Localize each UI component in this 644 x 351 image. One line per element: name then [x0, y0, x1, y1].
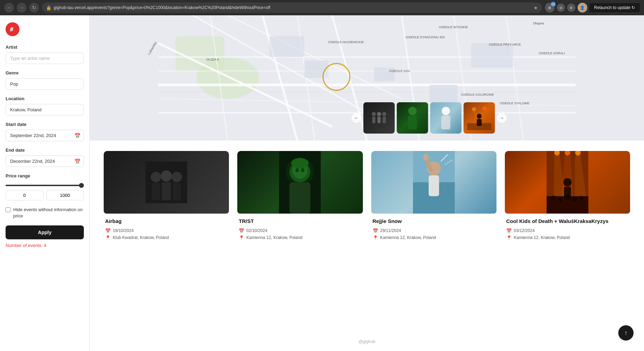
- url-bar[interactable]: 🔒 gighub-tau.vercel.app/events?genre=Pop…: [42, 2, 542, 13]
- svg-point-33: [442, 107, 450, 115]
- end-date-input[interactable]: [6, 155, 84, 167]
- event-card-body-2: TR/ST 📅 02/10/2024 📍 Kamienna 12, Krakow…: [237, 214, 363, 244]
- footer-text: @gighub: [358, 339, 375, 344]
- svg-text:#: #: [10, 26, 14, 33]
- svg-rect-56: [289, 182, 310, 214]
- person-silhouette-green: [404, 106, 421, 130]
- carousel-item-3[interactable]: [430, 102, 461, 134]
- start-date-label: Start date: [6, 122, 84, 127]
- svg-rect-22: [430, 85, 458, 102]
- map-container[interactable]: OSIEDLE WYSOKIE OSIEDLE AKADEMICKIE OSIE…: [90, 15, 644, 141]
- event-card-img-4: [505, 151, 630, 214]
- event-card-venue-2: 📍 Kamienna 12, Krakow, Poland: [239, 235, 361, 240]
- carousel-item-2[interactable]: [397, 102, 428, 134]
- svg-rect-23: [270, 36, 304, 57]
- apply-button[interactable]: Apply: [6, 225, 84, 239]
- hash-icon: #: [9, 26, 16, 33]
- event-card-venue-3: 📍 Kamienna 12, Krakow, Poland: [373, 235, 495, 240]
- carousel-prev-button[interactable]: ←: [351, 113, 361, 123]
- reload-button[interactable]: ↻: [29, 3, 39, 13]
- back-button[interactable]: ←: [4, 3, 14, 13]
- svg-point-29: [382, 112, 386, 116]
- cool-kids-image: [547, 151, 588, 214]
- event-card-title-4: Cool Kids of Death + WaluśKraksaKryzys: [506, 218, 629, 225]
- event-card-4[interactable]: Cool Kids of Death + WaluśKraksaKryzys 📅…: [505, 151, 630, 244]
- svg-rect-41: [477, 119, 482, 126]
- map-background: OSIEDLE WYSOKIE OSIEDLE AKADEMICKIE OSIE…: [90, 15, 644, 141]
- svg-rect-46: [162, 182, 171, 200]
- event-card-body-3: Rejjie Snow 📅 29/11/2024 📍 Kamienna 12, …: [371, 214, 496, 244]
- airbag-band-image: [145, 161, 187, 203]
- scroll-to-top-button[interactable]: ↑: [618, 325, 634, 341]
- location-icon-4: 📍: [506, 235, 512, 240]
- svg-rect-30: [382, 117, 385, 123]
- carousel-next-button[interactable]: →: [497, 113, 507, 123]
- svg-point-47: [172, 172, 182, 182]
- artist-label: Artist: [6, 45, 84, 50]
- event-card-1[interactable]: Airbag 📅 19/10/2024 📍 Klub Kwadrat, Krak…: [104, 151, 229, 244]
- svg-point-25: [372, 112, 376, 116]
- hide-checkbox-row: Hide events without information on price: [6, 207, 84, 219]
- svg-rect-34: [441, 115, 450, 129]
- event-card-date-1: 📅 19/10/2024: [105, 228, 228, 233]
- relaunch-button[interactable]: Relaunch to update ↻: [589, 3, 640, 12]
- event-card-date-2: 📅 02/10/2024: [239, 228, 361, 233]
- band-silhouette: [368, 107, 389, 128]
- event-card-title-2: TR/ST: [239, 218, 361, 225]
- event-card-venue-1: 📍 Klub Kwadrat, Krakow, Poland: [105, 235, 228, 240]
- carousel-item-1[interactable]: [363, 102, 395, 134]
- bookmarks-button[interactable]: ⊟: [557, 3, 565, 12]
- location-icon-2: 📍: [239, 235, 244, 240]
- end-date-filter: End date 📅: [6, 147, 84, 167]
- map-carousel: ←: [351, 102, 507, 134]
- start-date-filter: Start date 📅: [6, 122, 84, 141]
- settings-button[interactable]: ⚙: [567, 3, 575, 12]
- location-input[interactable]: [6, 104, 84, 115]
- content-area: Airbag 📅 19/10/2024 📍 Klub Kwadrat, Krak…: [90, 141, 644, 332]
- svg-rect-48: [173, 183, 181, 200]
- events-grid: Airbag 📅 19/10/2024 📍 Klub Kwadrat, Krak…: [104, 151, 630, 244]
- svg-point-76: [558, 198, 563, 202]
- app-logo-button[interactable]: #: [6, 22, 19, 36]
- price-range-slider[interactable]: [6, 185, 84, 186]
- calendar-icon-2: 📅: [239, 228, 244, 233]
- price-min-input[interactable]: [6, 190, 43, 200]
- event-card-body-4: Cool Kids of Death + WaluśKraksaKryzys 📅…: [505, 214, 630, 244]
- event-card-date-4: 📅 03/12/2024: [506, 228, 629, 233]
- end-date-label: End date: [6, 147, 84, 153]
- calendar-icon-4: 📅: [506, 228, 512, 233]
- calendar-icon-1: 📅: [105, 228, 111, 233]
- svg-point-75: [551, 196, 556, 200]
- event-card-3[interactable]: Rejjie Snow 📅 29/11/2024 📍 Kamienna 12, …: [371, 151, 496, 244]
- svg-point-43: [151, 172, 161, 182]
- svg-point-45: [161, 170, 172, 182]
- artist-input[interactable]: [6, 53, 84, 64]
- svg-rect-21: [374, 67, 395, 81]
- location-filter: Location: [6, 96, 84, 115]
- price-max-input[interactable]: [46, 190, 84, 200]
- svg-rect-24: [471, 43, 513, 67]
- events-count: Number of events: 4: [6, 243, 84, 248]
- genre-input[interactable]: [6, 78, 84, 90]
- hide-without-price-checkbox[interactable]: [6, 207, 10, 212]
- map-cluster-marker[interactable]: [323, 63, 350, 91]
- profile-button[interactable]: 👤: [578, 3, 587, 13]
- extensions-button[interactable]: ⊞ 14: [545, 3, 555, 13]
- sidebar: # Artist Genre Location Start date 📅: [0, 15, 90, 351]
- event-card-date-3: 📅 29/11/2024: [373, 228, 495, 233]
- event-card-title-1: Airbag: [105, 218, 228, 225]
- svg-point-79: [579, 196, 583, 200]
- concert-silhouette: [467, 106, 491, 130]
- start-date-input[interactable]: [6, 130, 84, 141]
- svg-point-73: [563, 178, 572, 186]
- location-icon-3: 📍: [373, 235, 378, 240]
- app-container: # Artist Genre Location Start date 📅: [0, 15, 644, 351]
- svg-point-77: [565, 194, 570, 200]
- svg-rect-62: [429, 175, 439, 196]
- location-icon-1: 📍: [105, 235, 111, 240]
- forward-button[interactable]: →: [17, 3, 26, 13]
- main-area: OSIEDLE WYSOKIE OSIEDLE AKADEMICKIE OSIE…: [90, 15, 644, 351]
- carousel-item-4[interactable]: [463, 102, 495, 134]
- svg-point-55: [286, 158, 314, 186]
- event-card-2[interactable]: TR/ST 📅 02/10/2024 📍 Kamienna 12, Krakow…: [237, 151, 363, 244]
